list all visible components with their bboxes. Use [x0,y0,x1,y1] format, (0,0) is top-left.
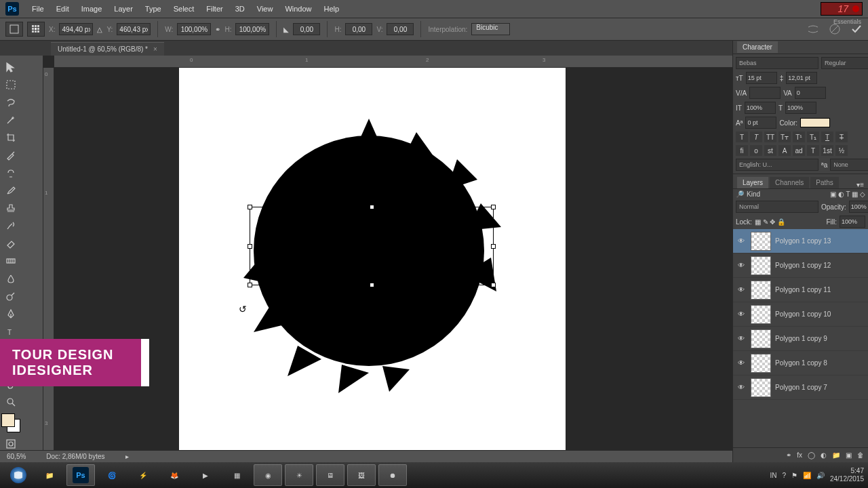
ot-halves[interactable]: ½ [835,145,848,156]
menu-image[interactable]: Image [75,5,108,13]
visibility-icon[interactable]: 👁 [736,237,747,245]
baseline-input[interactable] [745,117,776,129]
group-icon[interactable]: 📁 [832,451,840,459]
swap-xy-icon[interactable]: △ [97,26,102,33]
x-input[interactable] [59,23,93,35]
tab-character[interactable]: Character [737,41,778,53]
close-tab-icon[interactable]: × [153,45,157,53]
font-style-select[interactable] [821,57,868,69]
photoshop-taskbar-icon[interactable]: Ps [66,464,95,486]
color-swatches[interactable] [1,413,20,432]
menu-filter[interactable]: Filter [200,5,229,13]
superscript[interactable]: T¹ [793,131,805,142]
eraser-tool[interactable] [1,235,20,251]
vscale-input[interactable] [745,102,776,114]
warp-icon[interactable] [807,23,819,35]
layer-thumbnail[interactable] [751,329,771,348]
app-icon-1[interactable]: 🌀 [98,464,126,486]
menu-edit[interactable]: Edit [50,5,75,13]
magic-wand-tool[interactable] [1,112,20,128]
start-button[interactable] [4,464,33,486]
leading-input[interactable] [786,72,817,84]
app-icon-3[interactable]: ☀ [285,464,313,486]
menu-select[interactable]: Select [167,5,201,13]
font-family-select[interactable] [736,57,818,69]
handle-n[interactable] [370,205,374,209]
pen-tool[interactable] [1,306,20,322]
layer-item[interactable]: 👁Polygon 1 copy 12 [733,253,868,278]
handle-s[interactable] [370,283,374,287]
handle-ne[interactable] [491,205,496,209]
layer-item[interactable]: 👁Polygon 1 copy 11 [733,278,868,302]
h-input[interactable] [235,23,269,35]
app-icon-2[interactable]: ⚡ [129,464,157,486]
layer-item[interactable]: 👁Polygon 1 copy 10 [733,302,868,327]
handle-w[interactable] [248,244,252,249]
lock-buttons[interactable]: ▦ ✎ ✥ 🔒 [755,218,785,226]
status-arrow-icon[interactable]: ▸ [125,453,129,460]
menu-window[interactable]: Window [279,5,317,13]
ot-fi[interactable]: fi [736,145,748,156]
menu-type[interactable]: Type [139,5,167,13]
filter-kind-icon[interactable]: 🔎 [736,190,744,198]
layer-thumbnail[interactable] [751,305,771,324]
ot-fractions[interactable]: 1st [821,145,833,156]
dodge-tool[interactable] [1,288,20,304]
new-layer-icon[interactable]: ▣ [846,451,852,459]
text-color-swatch[interactable] [800,118,830,127]
document-tab[interactable]: Untitled-1 @ 60,5% (RGB/8) * × [51,42,164,56]
link-layers-icon[interactable]: ⚭ [786,451,791,459]
visibility-icon[interactable]: 👁 [736,262,747,269]
tray-volume-icon[interactable]: 🔊 [816,472,825,479]
transform-tool-icon[interactable] [5,22,23,37]
tab-paths[interactable]: Paths [810,177,839,188]
handle-se[interactable] [491,283,496,287]
app-icon-5[interactable]: 🖼 [347,464,376,486]
kerning-input[interactable] [749,87,781,99]
menu-view[interactable]: View [251,5,279,13]
media-player-icon[interactable]: ▶ [191,464,220,486]
vskew-input[interactable] [387,23,414,35]
menu-layer[interactable]: Layer [108,5,139,13]
small-caps[interactable]: Tᴛ [778,131,791,142]
handle-e[interactable] [491,244,496,249]
stamp-tool[interactable] [1,200,20,216]
history-brush-tool[interactable] [1,218,20,234]
y-input[interactable] [117,23,151,35]
layer-thumbnail[interactable] [751,378,771,397]
tab-layers[interactable]: Layers [737,177,768,188]
language-select[interactable] [736,159,818,171]
workspace-switcher[interactable]: Essentials [833,18,861,25]
document-canvas[interactable]: ↺ [179,68,566,454]
delete-layer-icon[interactable]: 🗑 [857,451,864,459]
zoom-tool[interactable] [1,394,20,410]
menu-file[interactable]: File [26,5,50,13]
ot-titling[interactable]: ad [793,145,805,156]
visibility-icon[interactable]: 👁 [736,335,747,342]
handle-sw[interactable] [248,283,252,287]
underline[interactable]: T [821,131,833,142]
rotation-input[interactable] [293,23,320,35]
firefox-icon[interactable]: 🦊 [160,464,189,486]
all-caps[interactable]: TT [764,131,776,142]
ot-swash[interactable]: st [764,145,776,156]
canvas-area[interactable]: 0 1 2 3 0 1 3 [43,56,732,462]
move-tool[interactable] [1,59,20,75]
ot-alt[interactable]: A [778,145,791,156]
adjustment-layer-icon[interactable]: ◐ [821,451,827,459]
doc-info[interactable]: Doc: 2,86M/0 bytes [46,453,104,460]
reference-point-icon[interactable] [27,22,45,37]
eyedropper-tool[interactable] [1,147,20,163]
opacity-input[interactable] [849,201,868,213]
link-wh-icon[interactable]: ⚭ [215,26,220,33]
tracking-input[interactable] [795,87,826,99]
chrome-icon[interactable]: ◉ [254,464,282,486]
crop-tool[interactable] [1,129,20,146]
menu-3d[interactable]: 3D [229,5,251,13]
type-tool[interactable]: T [1,323,20,340]
recorder-icon[interactable]: ⏺ [378,464,407,486]
layer-item[interactable]: 👁Polygon 1 copy 8 [733,351,868,375]
mask-icon[interactable]: ◯ [808,451,815,459]
ot-ordinals[interactable]: T [807,145,819,156]
system-clock[interactable]: 5:47 24/12/2015 [830,467,864,483]
